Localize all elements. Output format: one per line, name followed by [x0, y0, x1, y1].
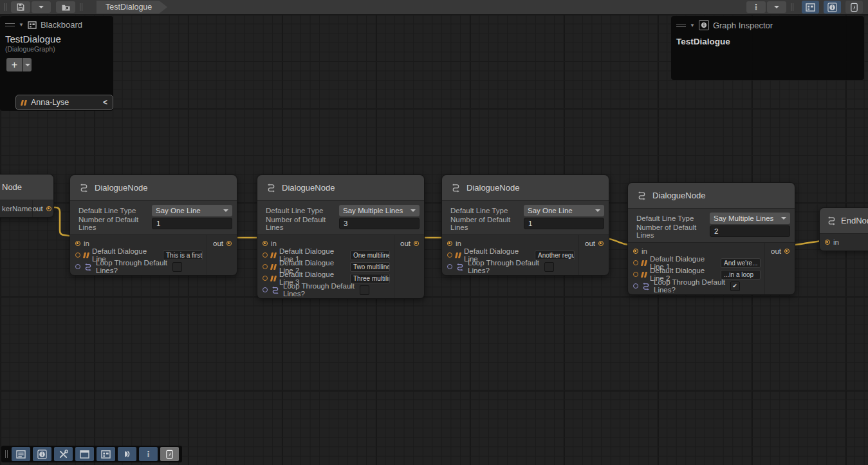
- loop-port[interactable]: [447, 264, 452, 269]
- loop-port[interactable]: [633, 283, 638, 289]
- add-variable-caret-button[interactable]: [23, 58, 32, 71]
- line-type-dropdown[interactable]: Say One Line: [524, 205, 604, 216]
- graph-inspector-panel[interactable]: ▼ Graph Inspector TestDialogue: [671, 16, 864, 80]
- node-title: Node: [2, 182, 22, 192]
- line-value-field[interactable]: One multiline: [350, 251, 390, 260]
- string-quote-icon: [271, 264, 276, 270]
- in-port[interactable]: [75, 241, 80, 246]
- more-menu-icon: ⋮: [145, 450, 152, 459]
- graph-inspector-toggle-button[interactable]: [824, 1, 841, 14]
- loop-port[interactable]: [75, 264, 80, 269]
- line-port[interactable]: [263, 264, 268, 269]
- window-panel-button[interactable]: [75, 447, 94, 461]
- line-port[interactable]: [633, 272, 638, 277]
- blackboard-icon: [28, 21, 37, 29]
- line-port[interactable]: [75, 252, 80, 258]
- line-type-dropdown[interactable]: Say Multiple Lines: [710, 213, 790, 224]
- toolbar-separator: [80, 3, 82, 11]
- out-port[interactable]: [784, 249, 790, 254]
- toolbar-grip[interactable]: [4, 3, 6, 11]
- in-port[interactable]: [447, 241, 452, 246]
- line-value-field[interactable]: And we're...: [721, 258, 761, 268]
- console-panel-button[interactable]: [12, 447, 30, 461]
- more-menu-button[interactable]: ⋮: [746, 1, 766, 13]
- loop-checkbox[interactable]: [360, 285, 369, 295]
- node-title-bar[interactable]: Node: [0, 175, 53, 200]
- loop-port[interactable]: [263, 287, 268, 292]
- blackboard-panel-button[interactable]: [97, 447, 115, 461]
- drag-handle-icon[interactable]: [5, 23, 15, 26]
- save-options-button[interactable]: [32, 1, 51, 13]
- out-port[interactable]: [226, 241, 232, 246]
- graph-canvas[interactable]: TestDialogue ⋮ ▼ Blackboard TestDialogue: [0, 0, 868, 465]
- tools-panel-button[interactable]: [54, 447, 73, 461]
- caret-down-icon: [25, 64, 30, 66]
- preview-panel-button[interactable]: [118, 447, 136, 461]
- asset-tab-label: TestDialogue: [106, 3, 152, 12]
- count-field[interactable]: 1: [152, 218, 232, 229]
- drag-handle-icon[interactable]: [676, 24, 686, 27]
- loop-checkbox[interactable]: [730, 281, 740, 291]
- line-type-dropdown[interactable]: Say Multiple Lines: [339, 205, 420, 216]
- count-field[interactable]: 1: [524, 218, 604, 229]
- asset-tab[interactable]: TestDialogue: [97, 1, 167, 14]
- in-port[interactable]: [825, 240, 830, 245]
- node-title-bar[interactable]: DialogueNode: [442, 175, 609, 201]
- inspector-panel-button[interactable]: [33, 447, 51, 461]
- graph-name: TestDialogue: [5, 33, 108, 44]
- dialogue-node-3[interactable]: DialogueNode Default Line Type Say One L…: [441, 175, 609, 276]
- dialogue-node-2[interactable]: DialogueNode Default Line Type Say Multi…: [257, 175, 425, 299]
- blackboard-header[interactable]: ▼ Blackboard: [0, 16, 113, 32]
- wave-icon: [122, 450, 132, 459]
- open-asset-button[interactable]: [56, 1, 75, 13]
- foldout-arrow-icon[interactable]: ▼: [19, 22, 24, 28]
- node-title-bar[interactable]: DialogueNode: [628, 183, 795, 209]
- line-type-label: Default Line Type: [78, 207, 152, 214]
- line-type-label: Default Line Type: [266, 207, 339, 214]
- line-value-field[interactable]: Two multiline: [350, 262, 390, 272]
- start-node[interactable]: Node kerName out: [0, 174, 54, 218]
- save-button[interactable]: [11, 1, 30, 13]
- caret-down-icon: [411, 209, 416, 212]
- out-port-label: out: [585, 240, 595, 247]
- loop-icon: [642, 282, 651, 290]
- string-quote-icon: [84, 252, 89, 258]
- loop-label: Loop Through Default Lines?: [654, 278, 727, 294]
- add-variable-button[interactable]: +: [6, 58, 23, 71]
- minimap-panel-button[interactable]: [160, 447, 179, 461]
- out-port[interactable]: [414, 241, 419, 246]
- loop-checkbox[interactable]: [544, 262, 554, 272]
- string-quote-icon: [456, 252, 461, 258]
- node-properties: Default Line Type Say Multiple Lines Num…: [257, 201, 424, 235]
- line-port[interactable]: [633, 260, 638, 265]
- in-port[interactable]: [263, 241, 268, 246]
- dialogue-node-4[interactable]: DialogueNode Default Line Type Say Multi…: [627, 182, 795, 295]
- line-port[interactable]: [447, 252, 452, 258]
- node-title-bar[interactable]: EndNode: [820, 208, 868, 234]
- count-value: 2: [714, 227, 718, 235]
- collapse-left-icon[interactable]: <: [103, 98, 107, 107]
- line-type-dropdown[interactable]: Say One Line: [152, 205, 232, 216]
- graph-inspector-header[interactable]: ▼ Graph Inspector: [671, 16, 864, 33]
- out-port[interactable]: [46, 206, 51, 211]
- count-field[interactable]: 2: [710, 225, 790, 237]
- line-port[interactable]: [263, 252, 268, 258]
- out-port[interactable]: [598, 241, 604, 246]
- blackboard-toggle-button[interactable]: [802, 1, 819, 14]
- foldout-arrow-icon[interactable]: ▼: [690, 23, 695, 28]
- loop-checkbox[interactable]: [172, 262, 182, 272]
- node-title-bar[interactable]: DialogueNode: [70, 175, 237, 201]
- toolbar-grip[interactable]: [5, 450, 8, 458]
- line-port[interactable]: [263, 276, 268, 281]
- blackboard-panel[interactable]: ▼ Blackboard TestDialogue (DialogueGraph…: [0, 16, 113, 111]
- blackboard-field-speaker[interactable]: Anna-Lyse <: [15, 95, 113, 110]
- dialogue-node-1[interactable]: DialogueNode Default Line Type Say One L…: [69, 175, 237, 276]
- end-node[interactable]: EndNode in: [819, 207, 868, 251]
- caret-down-icon: [223, 209, 228, 212]
- count-field[interactable]: 3: [339, 218, 420, 229]
- more-menu-caret-button[interactable]: [767, 1, 786, 13]
- in-port[interactable]: [633, 249, 638, 254]
- minimap-toggle-button[interactable]: [845, 1, 863, 14]
- more-panel-button[interactable]: ⋮: [139, 447, 158, 461]
- node-title-bar[interactable]: DialogueNode: [257, 175, 424, 201]
